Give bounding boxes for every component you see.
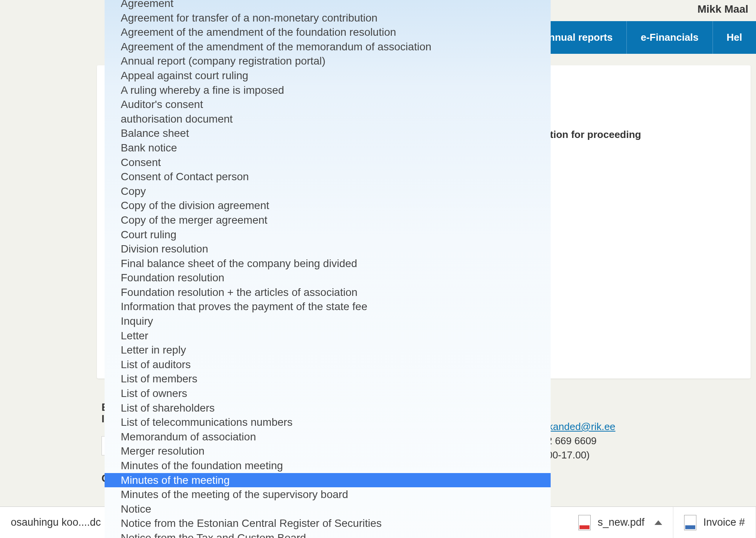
dropdown-option[interactable]: Minutes of the foundation meeting [105, 458, 551, 473]
dropdown-option[interactable]: Merger resolution [105, 444, 551, 458]
dropdown-option[interactable]: Copy [105, 184, 551, 199]
tab-help[interactable]: Hel [713, 21, 756, 54]
dropdown-option[interactable]: List of telecommunications numbers [105, 415, 551, 430]
dropdown-option[interactable]: Minutes of the meeting of the supervisor… [105, 487, 551, 502]
dropdown-option[interactable]: Court ruling [105, 227, 551, 242]
dropdown-option[interactable]: Notice from the Tax and Custom Board [105, 531, 551, 538]
dropdown-option[interactable]: Foundation resolution [105, 271, 551, 285]
doc-file-icon [684, 515, 696, 530]
dropdown-option[interactable]: Final balance sheet of the company being… [105, 256, 551, 271]
dropdown-option[interactable]: Balance sheet [105, 126, 551, 141]
download-filename-invoice: Invoice # [703, 516, 745, 528]
dropdown-option[interactable]: Agreement of the amendment of the founda… [105, 25, 551, 40]
dropdown-option[interactable]: Letter [105, 329, 551, 343]
dropdown-option[interactable]: Auditor's consent [105, 97, 551, 112]
dropdown-option[interactable]: List of owners [105, 386, 551, 401]
dropdown-option[interactable]: List of shareholders [105, 401, 551, 415]
download-filename-left: osauhingu koo....dc [11, 516, 101, 528]
dropdown-option[interactable]: Minutes of the meeting [105, 473, 551, 488]
dropdown-option[interactable]: List of members [105, 372, 551, 386]
dropdown-option[interactable]: Agreement for transfer of a non-monetary… [105, 11, 551, 25]
username-label: Mikk Maal [698, 3, 748, 15]
dropdown-option[interactable]: Appeal against court ruling [105, 68, 551, 83]
dropdown-option[interactable]: Notice from the Estonian Central Registe… [105, 516, 551, 531]
chevron-up-icon[interactable] [654, 520, 662, 525]
dropdown-option[interactable]: A ruling whereby a fine is imposed [105, 83, 551, 98]
dropdown-option[interactable]: Agreement [105, 0, 551, 11]
dropdown-option[interactable]: Division resolution [105, 242, 551, 256]
tab-e-financials[interactable]: e-Financials [627, 21, 713, 54]
dropdown-option[interactable]: Foundation resolution + the articles of … [105, 285, 551, 300]
dropdown-option[interactable]: Inquiry [105, 314, 551, 329]
pdf-file-icon [578, 515, 591, 530]
dropdown-option[interactable]: authorisation document [105, 112, 551, 126]
document-type-dropdown[interactable]: AgreementAgreement for transfer of a non… [105, 0, 551, 538]
dropdown-option[interactable]: Consent of Contact person [105, 169, 551, 184]
dropdown-option[interactable]: Information that proves the payment of t… [105, 299, 551, 314]
dropdown-option[interactable]: Memorandum of association [105, 430, 551, 444]
download-item-invoice[interactable]: Invoice # [673, 507, 756, 538]
dropdown-option[interactable]: Bank notice [105, 141, 551, 155]
dropdown-option[interactable]: Copy of the merger agreement [105, 213, 551, 227]
download-item-pdf[interactable]: s_new.pdf [568, 507, 673, 538]
download-filename-pdf: s_new.pdf [598, 516, 644, 528]
nav-tabs: Annual reports e-Financials Hel [528, 21, 756, 54]
dropdown-option[interactable]: Letter in reply [105, 343, 551, 357]
dropdown-option[interactable]: Annual report (company registration port… [105, 54, 551, 68]
dropdown-option[interactable]: Consent [105, 155, 551, 170]
dropdown-option[interactable]: List of auditors [105, 357, 551, 372]
proceeding-info-text: etition for proceeding [538, 129, 641, 141]
dropdown-option[interactable]: Agreement of the amendment of the memora… [105, 40, 551, 54]
dropdown-option[interactable]: Notice [105, 502, 551, 516]
dropdown-option[interactable]: Copy of the division agreement [105, 198, 551, 213]
download-item-left[interactable]: osauhingu koo....dc [0, 507, 112, 538]
